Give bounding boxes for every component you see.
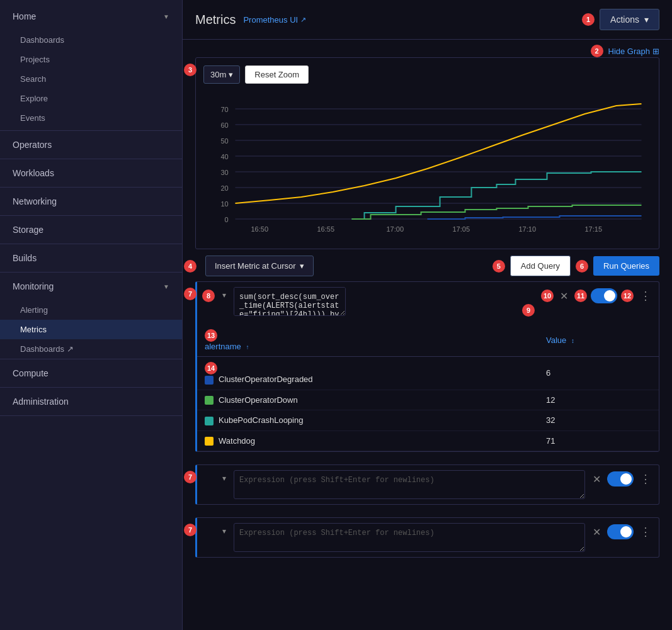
svg-text:10: 10	[221, 200, 229, 208]
svg-text:17:10: 17:10	[519, 225, 537, 233]
step-badge-5: 5	[493, 260, 505, 273]
step-badge-12: 12	[621, 290, 634, 302]
time-select-chevron-icon: ▾	[229, 70, 233, 79]
svg-text:17:05: 17:05	[453, 225, 470, 233]
external-link-icon: ↗	[300, 16, 306, 24]
collapse-query-3-button[interactable]: ▾	[220, 524, 229, 538]
insert-metric-button[interactable]: Insert Metric at Cursor ▾	[205, 256, 314, 276]
sidebar-operators[interactable]: Operators	[0, 131, 182, 159]
add-query-button[interactable]: Add Query	[510, 256, 571, 276]
sidebar-item-dashboards[interactable]: Dashboards	[0, 30, 182, 50]
sidebar-builds[interactable]: Builds	[0, 244, 182, 272]
step-badge-7a: 7	[184, 288, 196, 300]
reset-zoom-button[interactable]: Reset Zoom	[245, 65, 309, 84]
query-row-2: ▾ ✕ ⋮	[195, 464, 659, 505]
sidebar-item-projects[interactable]: Projects	[0, 50, 182, 69]
metric-value-cell: 12	[538, 390, 659, 410]
sort-icon: ↑	[246, 344, 249, 351]
sidebar-item-explore[interactable]: Explore	[0, 89, 182, 108]
graph-controls-row: 2 Hide Graph ⊞	[183, 45, 672, 57]
metric-name-cell: 14ClusterOperatorDegraded	[197, 357, 538, 390]
graph-toolbar: 30m ▾ Reset Zoom	[203, 65, 651, 84]
svg-text:70: 70	[221, 106, 229, 113]
sidebar-item-dashboards-ext[interactable]: Dashboards ↗	[0, 339, 182, 359]
step-badge-14: 14	[205, 362, 217, 374]
page-title: Metrics	[195, 13, 236, 27]
metric-name-cell: KubePodCrashLooping	[197, 410, 538, 431]
query-1-results-table: 13 alertname ↑ Value ↕ 14ClusterOperator…	[197, 324, 659, 451]
sidebar-storage[interactable]: Storage	[0, 216, 182, 244]
sidebar-networking[interactable]: Networking	[0, 188, 182, 215]
metric-value-cell: 6	[538, 357, 659, 390]
toggle-query-3-button[interactable]	[607, 524, 634, 539]
more-options-query-3-button[interactable]: ⋮	[637, 525, 654, 539]
more-options-query-2-button[interactable]: ⋮	[637, 472, 654, 486]
step-badge-2: 2	[591, 45, 603, 57]
table-row: Watchdog71	[197, 430, 659, 451]
hide-graph-button[interactable]: Hide Graph ⊞	[608, 47, 659, 56]
query-row-2-header: ▾ ✕ ⋮	[197, 465, 659, 504]
sidebar-item-search[interactable]: Search	[0, 69, 182, 89]
sidebar: Home ▼ Dashboards Projects Search Explor…	[0, 0, 183, 630]
query-row-3: ▾ ✕ ⋮	[195, 517, 659, 558]
actions-button[interactable]: Actions ▾	[600, 9, 659, 30]
sidebar-item-alerting[interactable]: Alerting	[0, 300, 182, 320]
clear-query-1-button[interactable]: ✕	[557, 290, 571, 302]
sidebar-monitoring[interactable]: Monitoring ▼	[0, 273, 182, 300]
query-3-expression-input[interactable]	[234, 523, 585, 552]
clear-query-3-button[interactable]: ✕	[590, 526, 603, 538]
toggle-query-2-button[interactable]	[607, 471, 634, 487]
step-badge-13: 13	[205, 329, 217, 342]
clear-query-2-button[interactable]: ✕	[590, 473, 603, 485]
svg-text:16:50: 16:50	[251, 225, 269, 233]
step-badge-8: 8	[202, 290, 215, 302]
toggle-query-1-button[interactable]	[591, 288, 617, 303]
sidebar-compute[interactable]: Compute	[0, 359, 182, 387]
more-options-query-1-button[interactable]: ⋮	[637, 289, 654, 303]
metric-name-cell: Watchdog	[197, 430, 538, 451]
collapse-query-1-button[interactable]: ▾	[220, 288, 229, 302]
graph-wrapper: 3 30m ▾ Reset Zoom 0 10 20 30 40 50	[183, 57, 672, 256]
value-sort-icon: ↕	[571, 337, 574, 344]
sidebar-item-events[interactable]: Events	[0, 108, 182, 128]
col-value-header[interactable]: Value ↕	[538, 324, 659, 357]
metric-label: ClusterOperatorDown	[219, 395, 298, 405]
svg-text:40: 40	[221, 153, 229, 160]
sidebar-workloads[interactable]: Workloads	[0, 159, 182, 187]
query-1-expression-input[interactable]	[234, 287, 346, 316]
svg-text:16:55: 16:55	[317, 225, 335, 233]
svg-text:30: 30	[221, 169, 229, 176]
step-badge-7b: 7	[184, 471, 196, 483]
sidebar-administration[interactable]: Administration	[0, 388, 182, 415]
svg-text:60: 60	[221, 121, 229, 129]
main-content: Metrics Prometheus UI ↗ 1 Actions ▾ 2 Hi…	[183, 0, 672, 630]
sidebar-home-label: Home	[13, 11, 36, 21]
collapse-query-2-button[interactable]: ▾	[220, 471, 229, 485]
query-row-1-header: 8 ▾ 9 10 ✕ 11 12 ⋮	[197, 282, 659, 323]
graph-toggle-icon: ⊞	[652, 47, 659, 56]
step-badge-4: 4	[184, 260, 196, 273]
col-alertname-header[interactable]: 13 alertname ↑	[197, 324, 538, 357]
metric-label: ClusterOperatorDegraded	[219, 374, 313, 384]
query-row-1: 8 ▾ 9 10 ✕ 11 12 ⋮	[195, 281, 659, 452]
query-2-expression-input[interactable]	[234, 470, 585, 499]
step-badge-6: 6	[576, 260, 588, 273]
query-row-3-wrapper: 7 ▾ ✕ ⋮	[183, 517, 672, 570]
time-range-select[interactable]: 30m ▾	[203, 65, 240, 84]
step-badge-11: 11	[574, 290, 587, 302]
step-badge-9: 9	[522, 304, 535, 317]
query-toolbar: 4 Insert Metric at Cursor ▾ 5 Add Query …	[183, 256, 672, 281]
step-badge-3: 3	[184, 64, 196, 76]
run-queries-button[interactable]: Run Queries	[593, 256, 659, 276]
prometheus-ui-link[interactable]: Prometheus UI ↗	[243, 15, 306, 25]
table-row: 14ClusterOperatorDegraded6	[197, 357, 659, 390]
metric-value-cell: 32	[538, 410, 659, 431]
svg-text:50: 50	[221, 137, 229, 145]
sidebar-home[interactable]: Home ▼	[0, 3, 182, 30]
sidebar-item-metrics[interactable]: Metrics	[0, 320, 182, 339]
metric-name-cell: ClusterOperatorDown	[197, 390, 538, 410]
query-row-2-wrapper: 7 ▾ ✕ ⋮	[183, 464, 672, 517]
query-row-3-header: ▾ ✕ ⋮	[197, 518, 659, 557]
color-swatch	[205, 376, 214, 385]
metric-value-cell: 71	[538, 430, 659, 451]
